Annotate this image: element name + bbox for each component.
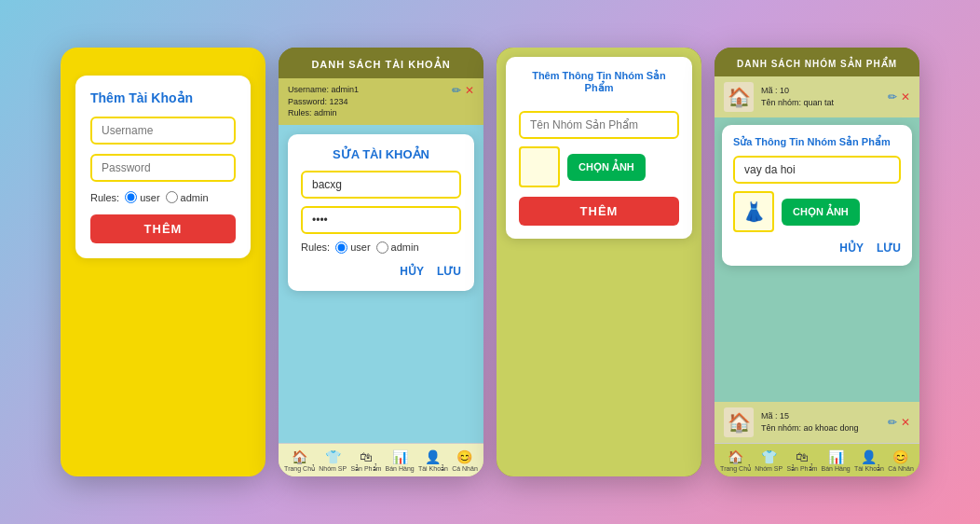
- image-btn-row: CHỌN ẢNH: [519, 146, 679, 187]
- account-rules: Rules: admin: [288, 107, 359, 119]
- rules-label: Rules:: [90, 192, 119, 203]
- nav4-tai-khoan[interactable]: 👤Tài Khoản: [854, 449, 884, 473]
- phone2-body: Username: admin1 Password: 1234 Rules: a…: [279, 78, 483, 476]
- account-username: Username: admin1: [288, 84, 359, 96]
- product-ten-1: Tên nhóm: quan tat: [761, 97, 888, 110]
- delete-product2-icon[interactable]: ✕: [901, 416, 910, 429]
- nav4-ca-nhan[interactable]: 😊Cá Nhân: [888, 449, 914, 473]
- edit-product-modal: Sửa Thông Tin Nhóm Sản Phẩm 👗 CHỌN ẢNH H…: [722, 125, 912, 266]
- house-icon-2: 🏠: [728, 411, 751, 434]
- add-product-group-modal: Thêm Thông Tin Nhóm Sản Phẩm CHỌN ẢNH TH…: [506, 57, 692, 239]
- product-group-name-input[interactable]: [519, 111, 679, 139]
- account-info-bar: Username: admin1 Password: 1234 Rules: a…: [279, 78, 483, 125]
- nav-trang-chu[interactable]: 🏠Trang Chủ: [284, 449, 315, 473]
- add-product-group-title: Thêm Thông Tin Nhóm Sản Phẩm: [519, 70, 679, 94]
- image-placeholder: [519, 146, 560, 187]
- huy-button[interactable]: HỦY: [400, 265, 424, 278]
- delete-product1-icon[interactable]: ✕: [901, 90, 910, 103]
- username-input[interactable]: [90, 117, 236, 145]
- nav4-san-pham[interactable]: 🛍Sản Phẩm: [786, 449, 817, 473]
- rules-row: Rules: user admin: [90, 191, 236, 203]
- edit-password-input[interactable]: [301, 206, 461, 234]
- chon-anh-button[interactable]: CHỌN ẢNH: [567, 154, 646, 181]
- product-thumb-2: 🏠: [724, 407, 754, 437]
- phone3-add-product-group: Thêm Thông Tin Nhóm Sản Phẩm CHỌN ẢNH TH…: [497, 48, 701, 476]
- edit-product-modal-title: Sửa Thông Tin Nhóm Sản Phẩm: [733, 136, 901, 148]
- edit-chon-anh-button[interactable]: CHỌN ẢNH: [782, 199, 860, 226]
- phone4-header: DANH SÁCH NHÓM SẢN PHẨM: [715, 48, 919, 76]
- account-password: Password: 1234: [288, 96, 359, 108]
- radio-admin[interactable]: admin: [166, 191, 209, 203]
- add-account-title: Thêm Tài Khoản: [90, 90, 236, 105]
- phone4-nav: 🏠Trang Chủ 👕Nhóm SP 🛍Sản Phẩm 📊Bán Hàng …: [715, 443, 919, 476]
- edit-username-input[interactable]: [301, 171, 461, 199]
- account-info-text: Username: admin1 Password: 1234 Rules: a…: [288, 84, 359, 119]
- edit-modal-footer: HỦY LƯU: [301, 265, 461, 278]
- edit-account-modal-title: SỬA TÀI KHOẢN: [301, 147, 461, 161]
- dress-icon: 👗: [742, 200, 766, 223]
- edit-account-modal: SỬA TÀI KHOẢN Rules: user admin: [288, 134, 474, 291]
- product-info-2: Mã : 15 Tên nhóm: ao khoac dong: [754, 410, 888, 435]
- phone2-nav: 🏠Trang Chủ 👕Nhóm SP 🛍Sản Phẩm 📊Bán Hàng …: [279, 443, 483, 476]
- product2-actions: ✏ ✕: [888, 416, 910, 429]
- edit-image-btn-row: 👗 CHỌN ẢNH: [733, 191, 901, 232]
- delete-icon[interactable]: ✕: [465, 84, 474, 97]
- product-info-1: Mã : 10 Tên nhóm: quan tat: [754, 85, 888, 110]
- phone4-body: 🏠 Mã : 10 Tên nhóm: quan tat ✏ ✕: [715, 76, 919, 476]
- phone2-account-list: DANH SÁCH TÀI KHOẢN Username: admin1 Pas…: [279, 48, 483, 476]
- add-account-card: Thêm Tài Khoản Rules: user admin THÊM: [75, 76, 251, 258]
- them-sp-button[interactable]: THÊM: [519, 197, 679, 226]
- edit-product1-icon[interactable]: ✏: [888, 90, 897, 103]
- product1-actions: ✏ ✕: [888, 90, 910, 103]
- radio-user[interactable]: user: [125, 191, 159, 203]
- phone3-body: Thêm Thông Tin Nhóm Sản Phẩm CHỌN ẢNH TH…: [497, 48, 701, 476]
- product-ma-1: Mã : 10: [761, 85, 888, 98]
- screens-container: Thêm Tài Khoản Rules: user admin THÊM: [42, 29, 938, 495]
- edit-icon[interactable]: ✏: [452, 84, 461, 97]
- nav-san-pham[interactable]: 🛍Sản Phẩm: [350, 449, 381, 473]
- edit-rules-label: Rules:: [301, 241, 330, 253]
- product-thumb-1: 🏠: [724, 82, 754, 112]
- edit-product-modal-footer: HỦY LƯU: [733, 241, 901, 255]
- nav4-ban-hang[interactable]: 📊Bán Hàng: [822, 449, 851, 473]
- edit-image-preview: 👗: [733, 191, 774, 232]
- product-ma-2: Mã : 15: [761, 410, 888, 423]
- edit-rules-row: Rules: user admin: [301, 241, 461, 254]
- luu-button[interactable]: LƯU: [437, 265, 461, 278]
- phone1-add-account: Thêm Tài Khoản Rules: user admin THÊM: [61, 48, 265, 476]
- product-item-1: 🏠 Mã : 10 Tên nhóm: quan tat ✏ ✕: [715, 76, 919, 117]
- nav4-nhom-sp[interactable]: 👕Nhóm SP: [755, 449, 783, 473]
- edit-product2-icon[interactable]: ✏: [888, 416, 897, 429]
- edit-radio-admin[interactable]: admin: [376, 241, 419, 254]
- nav-tai-khoan[interactable]: 👤Tài Khoản: [418, 449, 448, 473]
- phone4-product-group-list: DANH SÁCH NHÓM SẢN PHẨM 🏠 Mã : 10 Tên nh…: [715, 48, 919, 476]
- edit-radio-user[interactable]: user: [335, 241, 370, 254]
- product-item-2: 🏠 Mã : 15 Tên nhóm: ao khoac dong ✏ ✕: [715, 402, 919, 443]
- edit-product-modal-overlay: Sửa Thông Tin Nhóm Sản Phẩm 👗 CHỌN ẢNH H…: [715, 117, 919, 402]
- nav-nhom-sp[interactable]: 👕Nhóm SP: [319, 449, 347, 473]
- product-ten-2: Tên nhóm: ao khoac dong: [761, 422, 888, 435]
- password-input[interactable]: [90, 154, 236, 182]
- edit-account-modal-overlay: SỬA TÀI KHOẢN Rules: user admin: [279, 125, 483, 443]
- edit-product-group-input[interactable]: [733, 156, 901, 184]
- account-actions: ✏ ✕: [452, 84, 474, 97]
- them-button[interactable]: THÊM: [90, 214, 236, 243]
- nav-ca-nhan[interactable]: 😊Cá Nhân: [452, 449, 478, 473]
- nav-ban-hang[interactable]: 📊Bán Hàng: [386, 449, 415, 473]
- nav4-trang-chu[interactable]: 🏠Trang Chủ: [720, 449, 751, 473]
- edit-huy-button[interactable]: HỦY: [839, 241, 864, 255]
- edit-luu-button[interactable]: LƯU: [877, 241, 901, 255]
- house-icon: 🏠: [728, 86, 751, 108]
- phone2-header: DANH SÁCH TÀI KHOẢN: [279, 48, 483, 78]
